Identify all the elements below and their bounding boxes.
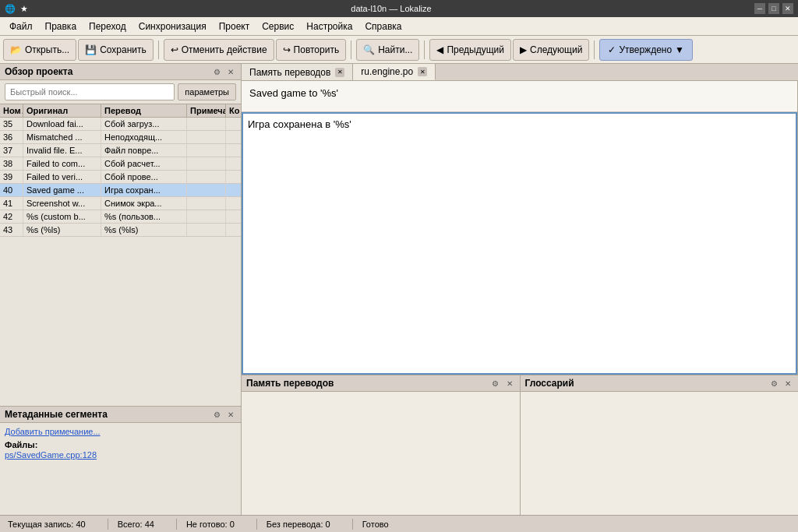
prev-button[interactable]: ◀ Предыдущий [429,39,511,61]
search-bar: параметры [0,80,241,104]
translation-edit[interactable] [242,112,797,375]
undo-icon: ↩ [171,44,178,55]
row-ko [226,184,241,196]
metadata-config-btn[interactable]: ⚙ [211,409,222,420]
bottom-panel-tm-actions: ⚙ ✕ [490,378,515,389]
table-row[interactable]: 41 Screenshot w... Снимок экра... [0,197,241,210]
tm-close-btn[interactable]: ✕ [504,378,515,389]
open-button[interactable]: 📂 Открыть... [3,39,76,61]
col-header-num: Ном↓ [0,104,23,117]
row-ko [226,157,241,170]
row-notes [187,197,226,210]
table-row[interactable]: 37 Invalid file. E... Файл повре... [0,144,241,157]
add-note-link[interactable]: Добавить примечание... [5,427,101,436]
row-trans: Сбой прове... [101,171,187,183]
row-trans: %s (пользов... [101,210,187,223]
close-btn[interactable]: ✕ [782,3,793,14]
undo-button[interactable]: ↩ Отменить действие [164,39,274,61]
status-untranslated: Без перевода: 0 [267,520,343,529]
row-notes [187,157,226,170]
segments-panel-title: Обзор проекта [5,66,72,77]
menu-settings[interactable]: Настройка [300,19,358,33]
menu-service[interactable]: Сервис [256,19,300,33]
row-notes [187,144,226,157]
left-panel: Обзор проекта ⚙ ✕ параметры Ном↓ Оригина… [0,64,242,515]
row-orig: Screenshot w... [23,197,101,210]
row-trans: Снимок экра... [101,197,187,210]
main-content: Обзор проекта ⚙ ✕ параметры Ном↓ Оригина… [0,64,798,515]
title-bar: 🌐 ★ data-l10n — Lokalize ─ □ ✕ [0,0,798,17]
maximize-btn[interactable]: □ [768,3,779,14]
folder-icon: 📂 [10,44,22,55]
files-label: Файлы: [5,440,236,449]
menu-help[interactable]: Справка [358,19,408,33]
segments-config-btn[interactable]: ⚙ [211,66,222,77]
redo-label: Повторить [294,44,340,55]
glossary-config-btn[interactable]: ⚙ [768,378,779,389]
segments-panel-header: Обзор проекта ⚙ ✕ [0,64,241,80]
tab-ru-engine[interactable]: ru.engine.po ✕ [353,64,436,80]
search-icon: 🔍 [363,44,375,55]
metadata-header-actions: ⚙ ✕ [211,409,236,420]
dropdown-arrow-icon: ▼ [675,44,684,55]
bottom-panel-tm-title: Память переводов [246,378,334,389]
search-input[interactable] [5,83,175,100]
col-header-trans: Перевод [101,104,187,117]
row-num: 39 [0,171,23,183]
save-button[interactable]: 💾 Сохранить [78,39,154,61]
status-sep-3 [256,519,257,530]
redo-button[interactable]: ↪ Повторить [276,39,347,61]
file-link[interactable]: ps/SavedGame.cpp:128 [5,450,97,460]
menu-go[interactable]: Переход [83,19,132,33]
table-row[interactable]: 39 Failed to veri... Сбой прове... [0,171,241,184]
approved-label: Утверждено [619,44,672,55]
segments-table: 35 Download fai... Сбой загруз... 36 Mis… [0,118,241,406]
approved-button[interactable]: ✓ Утверждено ▼ [599,39,693,61]
table-row-selected[interactable]: 40 Saved game ... Игра сохран... [0,184,241,197]
minimize-btn[interactable]: ─ [754,3,765,14]
table-row[interactable]: 42 %s (custom b... %s (пользов... [0,210,241,224]
menu-project[interactable]: Проект [213,19,256,33]
tab-re-close[interactable]: ✕ [418,67,427,76]
segments-close-btn[interactable]: ✕ [225,66,236,77]
menu-file[interactable]: Файл [3,19,39,33]
bottom-panel-glossary-title: Глоссарий [525,378,574,389]
find-label: Найти... [378,44,412,55]
next-button[interactable]: ▶ Следующий [513,39,589,61]
table-row[interactable]: 35 Download fai... Сбой загруз... [0,118,241,131]
table-row[interactable]: 36 Mismatched ... Неподходящ... [0,131,241,144]
chevron-right-icon: ▶ [520,44,527,55]
tab-tm-close[interactable]: ✕ [335,68,344,77]
metadata-content: Добавить примечание... Файлы: ps/SavedGa… [0,423,241,515]
status-sep-1 [108,519,108,530]
bottom-panel-tm: Память переводов ⚙ ✕ [242,375,521,515]
toolbar-sep-3 [424,41,425,59]
glossary-close-btn[interactable]: ✕ [782,378,793,389]
table-row[interactable]: 38 Failed to com... Сбой расчет... [0,157,241,171]
params-button[interactable]: параметры [178,83,236,100]
toolbar-sep-4 [594,41,595,59]
open-label: Открыть... [25,44,69,55]
row-num: 36 [0,131,23,143]
row-ko [226,224,241,236]
menu-edit[interactable]: Правка [39,19,83,33]
save-icon: 💾 [85,44,97,55]
toolbar-sep-1 [158,41,159,59]
row-trans: Сбой расчет... [101,157,187,170]
row-orig: Download fai... [23,118,101,130]
redo-icon: ↪ [283,44,291,55]
tab-translation-memory[interactable]: Память переводов ✕ [242,64,353,80]
next-label: Следующий [530,44,582,55]
tm-config-btn[interactable]: ⚙ [490,378,501,389]
source-text: Saved game to '%s' [242,81,797,112]
row-orig: %s (custom b... [23,210,101,223]
table-row[interactable]: 43 %s (%ls) %s (%ls) [0,224,241,237]
menu-sync[interactable]: Синхронизация [132,19,213,33]
toolbar-sep-2 [351,41,351,59]
row-trans: %s (%ls) [101,224,187,236]
bottom-panel-glossary-content [521,392,799,515]
find-button[interactable]: 🔍 Найти... [356,39,419,61]
metadata-close-btn[interactable]: ✕ [225,409,236,420]
status-ready: Готово [362,520,401,529]
metadata-panel: Метаданные сегмента ⚙ ✕ Добавить примеча… [0,406,241,515]
